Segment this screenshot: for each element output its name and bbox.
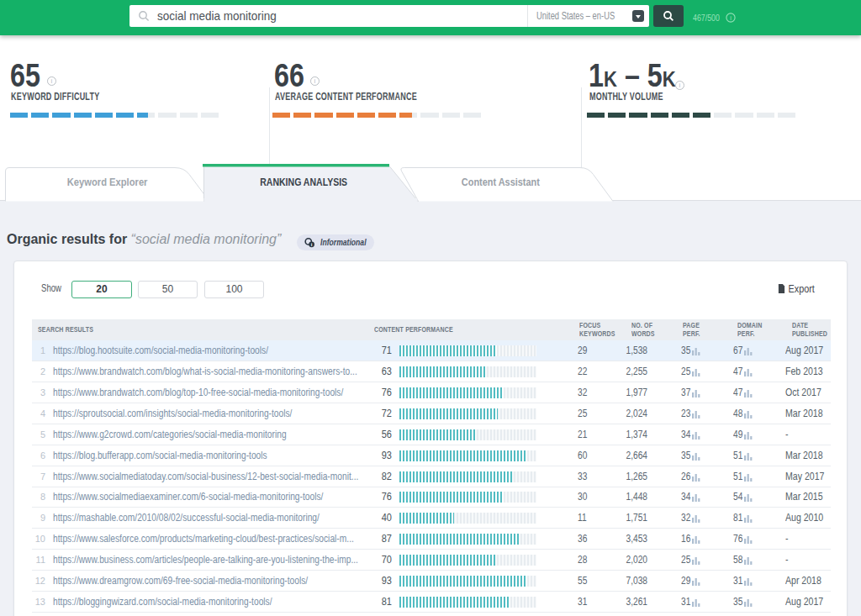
- svg-text:i: i: [730, 14, 732, 22]
